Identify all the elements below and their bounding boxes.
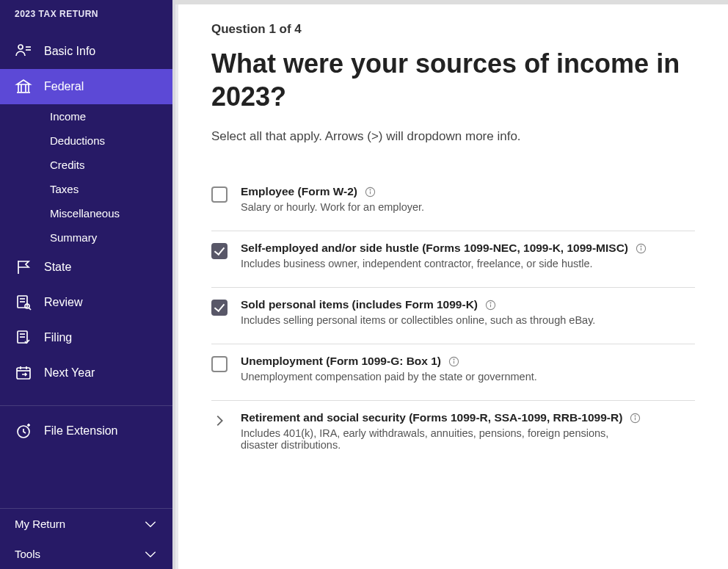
expander-toggle[interactable]: [211, 413, 228, 429]
chevron-right-icon: [211, 413, 228, 429]
info-icon[interactable]: [448, 356, 459, 367]
government-building-icon: [15, 78, 32, 95]
secondary-nav: File Extension: [0, 413, 172, 449]
option-body: Self-employed and/or side hustle (Forms …: [241, 242, 695, 269]
option-retirement-ss: Retirement and social security (Forms 10…: [211, 401, 695, 468]
svg-point-0: [18, 45, 23, 49]
sidebar: 2023 TAX RETURN Basic Info: [0, 0, 172, 569]
nav-label: File Extension: [44, 424, 118, 438]
page-hint: Select all that apply. Arrows (>) will d…: [211, 129, 695, 144]
info-icon[interactable]: [636, 243, 647, 254]
svg-point-32: [490, 302, 491, 302]
sidebar-item-state[interactable]: State: [0, 250, 172, 285]
subnav-item-summary[interactable]: Summary: [0, 225, 172, 250]
clock-plus-icon: [15, 422, 32, 440]
document-search-icon: [15, 294, 32, 311]
sidebar-footer: My Return Tools: [0, 508, 172, 569]
option-description: Includes 401(k), IRA, early withdrawals,…: [241, 427, 615, 451]
document-check-icon: [15, 329, 32, 347]
checkbox[interactable]: [211, 243, 228, 259]
option-self-employed: Self-employed and/or side hustle (Forms …: [211, 231, 695, 288]
option-label: Sold personal items (includes Form 1099-…: [241, 298, 478, 311]
option-body: Sold personal items (includes Form 1099-…: [241, 298, 695, 326]
svg-point-26: [370, 189, 371, 189]
nav-label: Basic Info: [44, 45, 95, 58]
footer-label: Tools: [15, 548, 40, 560]
content-area: Question 1 of 4 What were your sources o…: [172, 0, 728, 569]
sidebar-item-file-extension[interactable]: File Extension: [0, 413, 172, 449]
option-body: Unemployment (Form 1099-G: Box 1) Unempl…: [241, 355, 695, 383]
nav-label: State: [44, 261, 71, 274]
nav-label: Review: [44, 296, 82, 309]
option-description: Unemployment compensation paid by the st…: [241, 371, 615, 383]
svg-point-29: [641, 245, 641, 246]
question-progress: Question 1 of 4: [211, 22, 695, 37]
option-employee: Employee (Form W-2) Salary or hourly. Wo…: [211, 175, 695, 231]
flag-icon: [15, 258, 32, 276]
chevron-down-icon: [143, 520, 158, 529]
nav-label: Federal: [44, 80, 84, 93]
info-icon[interactable]: [630, 413, 641, 424]
page: Question 1 of 4 What were your sources o…: [178, 3, 728, 569]
sidebar-item-federal[interactable]: Federal: [0, 69, 172, 104]
info-icon[interactable]: [485, 300, 496, 311]
sidebar-item-basic-info[interactable]: Basic Info: [0, 34, 172, 69]
option-label: Employee (Form W-2): [241, 185, 357, 198]
info-icon[interactable]: [365, 186, 376, 197]
primary-nav: Basic Info Federal Income Deductions Cre…: [0, 34, 172, 391]
nav-label: Next Year: [44, 366, 95, 380]
option-description: Includes selling personal items or colle…: [241, 314, 615, 326]
checkbox[interactable]: [211, 356, 228, 372]
subnav-item-miscellaneous[interactable]: Miscellaneous: [0, 201, 172, 225]
subnav-item-income[interactable]: Income: [0, 104, 172, 128]
nav-label: Filing: [44, 331, 72, 344]
option-description: Salary or hourly. Work for an employer.: [241, 201, 615, 213]
footer-item-my-return[interactable]: My Return: [0, 509, 172, 539]
divider: [0, 405, 172, 406]
subnav-item-credits[interactable]: Credits: [0, 153, 172, 177]
sidebar-item-next-year[interactable]: Next Year: [0, 355, 172, 391]
federal-subnav: Income Deductions Credits Taxes Miscella…: [0, 104, 172, 250]
person-icon: [15, 43, 32, 60]
option-body: Employee (Form W-2) Salary or hourly. Wo…: [241, 185, 695, 213]
option-sold-personal-items: Sold personal items (includes Form 1099-…: [211, 288, 695, 344]
svg-point-38: [635, 415, 636, 416]
footer-label: My Return: [15, 518, 65, 530]
page-title: What were your sources of income in 2023…: [211, 47, 695, 113]
svg-line-13: [29, 308, 31, 310]
subnav-item-taxes[interactable]: Taxes: [0, 177, 172, 201]
checkbox[interactable]: [211, 300, 228, 316]
option-body: Retirement and social security (Forms 10…: [241, 411, 695, 451]
option-label: Unemployment (Form 1099-G: Box 1): [241, 355, 441, 368]
chevron-down-icon: [143, 550, 158, 559]
calendar-forward-icon: [15, 364, 32, 382]
sidebar-item-filing[interactable]: Filing: [0, 320, 172, 355]
option-label: Retirement and social security (Forms 10…: [241, 411, 622, 424]
sidebar-item-review[interactable]: Review: [0, 285, 172, 320]
svg-point-35: [454, 358, 454, 359]
option-unemployment: Unemployment (Form 1099-G: Box 1) Unempl…: [211, 344, 695, 401]
option-label: Self-employed and/or side hustle (Forms …: [241, 242, 628, 255]
checkbox[interactable]: [211, 186, 228, 203]
subnav-item-deductions[interactable]: Deductions: [0, 128, 172, 153]
svg-rect-17: [17, 368, 30, 379]
footer-item-tools[interactable]: Tools: [0, 539, 172, 569]
income-source-list: Employee (Form W-2) Salary or hourly. Wo…: [211, 175, 695, 468]
option-description: Includes business owner, independent con…: [241, 258, 615, 269]
sidebar-title: 2023 TAX RETURN: [0, 0, 172, 25]
